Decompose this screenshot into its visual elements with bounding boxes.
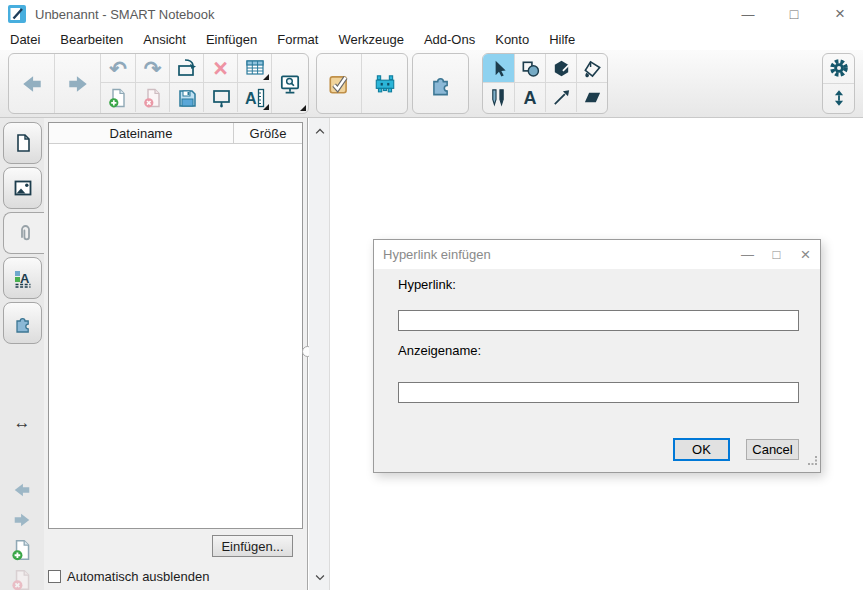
toolbar-height-button[interactable]: [823, 84, 854, 113]
menu-werkzeuge[interactable]: Werkzeuge: [328, 30, 414, 49]
properties-icon: A: [12, 267, 34, 289]
select-tool-button[interactable]: [483, 54, 514, 83]
pens-tool-button[interactable]: [483, 83, 514, 112]
gear-icon: [828, 57, 850, 79]
minimize-button[interactable]: —: [725, 0, 771, 28]
menu-addons[interactable]: Add-Ons: [414, 30, 485, 49]
add-page-icon: [10, 538, 34, 562]
menu-hilfe[interactable]: Hilfe: [539, 30, 585, 49]
puzzle-icon: [428, 71, 454, 97]
close-button[interactable]: ×: [817, 0, 863, 28]
hyperlink-field-label: Hyperlink:: [398, 277, 456, 292]
dialog-close-button[interactable]: ×: [791, 240, 820, 269]
display-name-input[interactable]: [398, 382, 799, 403]
screen-capture-button[interactable]: [271, 54, 308, 113]
fill-bucket-icon: [582, 58, 603, 79]
addons-button[interactable]: [413, 54, 468, 113]
svg-text:A: A: [20, 271, 30, 286]
toolbar-group-tools: A: [482, 53, 608, 114]
toolbar: ↶ ↷ ×: [0, 50, 863, 118]
dialog-minimize-button[interactable]: —: [733, 240, 762, 269]
autohide-checkbox[interactable]: [48, 570, 61, 583]
forward-arrow-icon: [66, 72, 90, 96]
text-tool-button[interactable]: A: [514, 83, 545, 112]
shapes-tool-button[interactable]: [514, 54, 545, 83]
delete-button[interactable]: ×: [203, 54, 237, 83]
panel-scrollbar: [309, 118, 330, 590]
toolbar-group-settings: [822, 53, 855, 114]
window-title: Unbenannt - SMART Notebook: [35, 7, 214, 22]
resize-horizontal-icon: ↔: [14, 414, 31, 431]
select-cursor-icon: [488, 58, 509, 79]
menu-bearbeiten[interactable]: Bearbeiten: [50, 30, 133, 49]
autohide-option[interactable]: Automatisch ausblenden: [48, 569, 209, 584]
response-button[interactable]: [317, 54, 362, 113]
sidebar-add-page-button[interactable]: [0, 538, 44, 562]
paperclip-icon: [14, 222, 36, 244]
eraser-tool-button[interactable]: [576, 83, 607, 112]
delete-page-icon: [10, 568, 34, 590]
text-tool-icon: A: [524, 89, 537, 107]
menu-bar: Datei Bearbeiten Ansicht Einfügen Format…: [0, 28, 863, 50]
screen-shade-button[interactable]: [203, 83, 237, 112]
redo-icon: ↷: [144, 58, 162, 79]
menu-ansicht[interactable]: Ansicht: [133, 30, 196, 49]
add-page-button[interactable]: [101, 83, 135, 112]
menu-format[interactable]: Format: [267, 30, 328, 49]
undo-button[interactable]: ↶: [101, 54, 135, 83]
ok-button[interactable]: OK: [673, 438, 730, 461]
back-button[interactable]: [9, 54, 55, 113]
sidebar-tab-properties[interactable]: A: [3, 257, 42, 299]
sidebar-resize-handle[interactable]: ↔: [0, 414, 44, 431]
sidebar-tab-page-sorter[interactable]: [3, 122, 42, 164]
svg-text:A: A: [245, 90, 257, 107]
title-bar: Unbenannt - SMART Notebook — □ ×: [0, 0, 863, 28]
menu-einfuegen[interactable]: Einfügen: [196, 30, 267, 49]
polygon-tool-button[interactable]: [545, 54, 576, 83]
table-button[interactable]: [237, 54, 271, 83]
sidebar-delete-page-button[interactable]: [0, 568, 44, 590]
dialog-resize-grip[interactable]: [808, 452, 818, 470]
forward-button[interactable]: [55, 54, 101, 113]
hyperlink-input[interactable]: [398, 310, 799, 331]
paste-button[interactable]: [169, 54, 203, 83]
save-icon: [176, 87, 198, 109]
lab-robot-icon: [373, 72, 397, 96]
pens-icon: [488, 87, 509, 108]
fill-tool-button[interactable]: [576, 54, 607, 83]
scroll-down-button[interactable]: [309, 568, 330, 586]
column-header-groesse[interactable]: Größe: [234, 123, 302, 143]
insert-attachment-button[interactable]: Einfügen...: [212, 535, 293, 557]
column-header-dateiname[interactable]: Dateiname: [49, 123, 234, 143]
lines-tool-button[interactable]: [545, 83, 576, 112]
window-controls: — □ ×: [725, 0, 863, 28]
chevron-up-icon: [313, 126, 327, 136]
toolbar-group-activities: [316, 53, 408, 114]
sidebar-tab-gallery[interactable]: [3, 167, 42, 209]
add-page-icon: [107, 87, 129, 109]
dialog-maximize-button[interactable]: □: [762, 240, 791, 269]
next-page-button[interactable]: [0, 510, 44, 530]
sidebar-tab-attachments[interactable]: [3, 212, 45, 254]
table-dropdown-icon: [263, 74, 269, 80]
menu-datei[interactable]: Datei: [0, 30, 50, 49]
previous-arrow-icon: [12, 480, 32, 500]
redo-button[interactable]: ↷: [135, 54, 169, 83]
delete-page-button[interactable]: [135, 83, 169, 112]
maximize-button[interactable]: □: [771, 0, 817, 28]
lab-button[interactable]: [362, 54, 407, 113]
settings-button[interactable]: [823, 54, 854, 84]
dialog-title-bar[interactable]: Hyperlink einfügen — □ ×: [374, 240, 820, 269]
hyperlink-dialog: Hyperlink einfügen — □ × Hyperlink: Anze…: [373, 239, 821, 473]
save-button[interactable]: [169, 83, 203, 112]
page-sorter-icon: [12, 132, 34, 154]
cancel-button[interactable]: Cancel: [746, 439, 799, 460]
menu-konto[interactable]: Konto: [485, 30, 539, 49]
eraser-icon: [582, 87, 603, 108]
previous-page-button[interactable]: [0, 480, 44, 500]
scroll-up-button[interactable]: [309, 122, 330, 140]
sidebar-tab-addons[interactable]: [3, 302, 42, 344]
measurement-tools-button[interactable]: A: [237, 83, 271, 112]
undo-icon: ↶: [109, 58, 127, 79]
response-check-icon: [327, 72, 351, 96]
